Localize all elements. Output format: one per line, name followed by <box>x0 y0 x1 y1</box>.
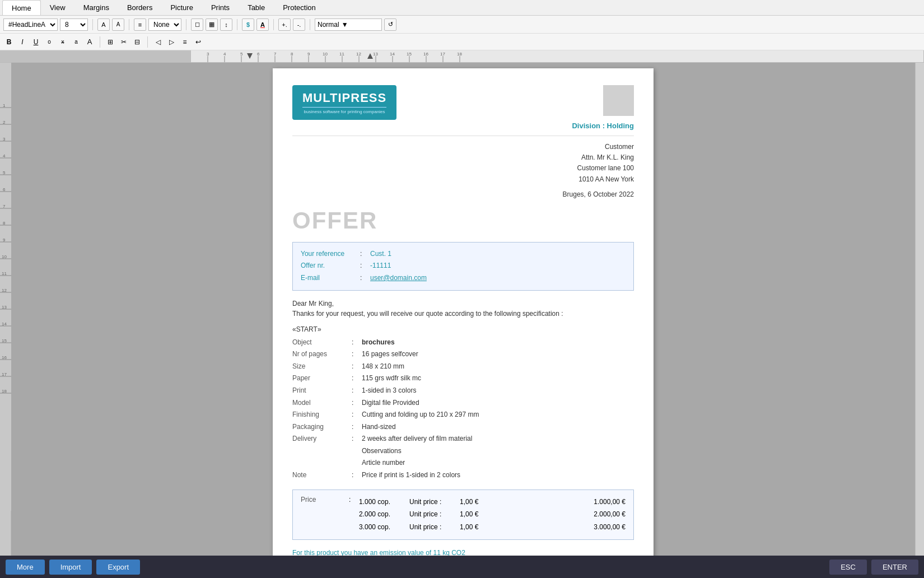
right-scrollbar[interactable] <box>915 63 924 556</box>
spec-colon-pages: : <box>352 348 358 361</box>
logo-box: MULTIPRESS business software for printin… <box>292 85 396 120</box>
indent2-icon[interactable]: ↩ <box>193 36 204 48</box>
smaller-text-button[interactable]: a <box>71 36 82 48</box>
spec-colon-delivery: : <box>352 433 358 445</box>
menu-prints[interactable]: Prints <box>202 0 239 15</box>
svg-text:15: 15 <box>407 52 412 57</box>
size-select[interactable]: 8 <box>60 18 88 31</box>
normal-label: Normal <box>318 21 339 29</box>
price-total-3: 3.000,00 € <box>581 521 626 534</box>
spec-row-packaging: Packaging : Hand-sized <box>292 421 634 434</box>
svg-text:18: 18 <box>2 389 7 394</box>
import-button[interactable]: Import <box>49 560 92 575</box>
align-btn[interactable]: ≡ <box>134 18 146 31</box>
enter-button[interactable]: ENTER <box>871 560 918 575</box>
svg-text:5: 5 <box>240 52 243 57</box>
minus-icon[interactable]: -. <box>293 18 305 31</box>
cut-icon[interactable]: ✂ <box>118 36 129 48</box>
grid-icon[interactable]: ▦ <box>206 18 218 31</box>
price-header-row: Price : 1.000 cop. Unit price : 1,00 € 1… <box>301 496 626 534</box>
larger-text-button[interactable]: A <box>84 36 95 48</box>
plus-icon[interactable]: +. <box>278 18 291 31</box>
price-total-2: 2.000,00 € <box>581 508 626 521</box>
more-button[interactable]: More <box>6 560 45 575</box>
style-select[interactable]: #HeadLineA <box>3 18 58 31</box>
division-text: Division : Holding <box>572 122 634 130</box>
italic-button[interactable]: I <box>17 36 28 48</box>
menu-protection[interactable]: Protection <box>274 0 325 15</box>
date-line: Bruges, 6 October 2022 <box>292 190 634 198</box>
logo-sub-text: business software for printing companies <box>302 109 386 114</box>
spec-row-note: Note : Price if print is 1-sided in 2 co… <box>292 469 634 482</box>
svg-text:16: 16 <box>423 52 428 57</box>
menu-table[interactable]: Table <box>239 0 274 15</box>
spec-row-paper: Paper : 115 grs wdfr silk mc <box>292 372 634 385</box>
price-label: Price <box>301 496 346 504</box>
menu-margins[interactable]: Margins <box>74 0 118 15</box>
svg-text:8: 8 <box>291 52 293 57</box>
status-left: More Import Export <box>6 560 140 575</box>
svg-text:18: 18 <box>457 52 462 57</box>
info-row-reference: Your reference : Cust. 1 <box>301 248 626 260</box>
svg-text:12: 12 <box>356 52 361 57</box>
font-style-btn-a[interactable]: A <box>112 18 124 31</box>
svg-text:4: 4 <box>3 153 6 159</box>
expand-icon[interactable]: ↕ <box>220 18 232 31</box>
logo-divider <box>302 107 386 108</box>
paste-icon[interactable]: ⊟ <box>132 36 143 48</box>
spec-label-print: Print <box>292 385 348 397</box>
refresh-icon[interactable]: ↺ <box>384 18 396 31</box>
indent-inc-icon[interactable]: ▷ <box>166 36 177 48</box>
menu-view[interactable]: View <box>41 0 74 15</box>
menu-picture[interactable]: Picture <box>161 0 202 15</box>
esc-button[interactable]: ESC <box>829 560 867 575</box>
svg-text:10: 10 <box>2 254 7 259</box>
menu-bar: Home View Margins Borders Picture Prints… <box>0 0 924 16</box>
superscript-button[interactable]: o <box>44 36 55 48</box>
currency-icon[interactable]: $ <box>242 18 254 31</box>
sep-3 <box>186 19 186 30</box>
underline-button[interactable]: U <box>30 36 41 48</box>
spec-colon-observations <box>352 445 358 458</box>
fill-icon[interactable]: ◻ <box>191 18 203 31</box>
list-icon[interactable]: ≡ <box>179 36 190 48</box>
spec-label-pages: Nr of pages <box>292 348 348 361</box>
normal-dropdown[interactable]: Normal ▼ <box>315 18 382 31</box>
price-cop-1: 1.000 cop. <box>359 496 404 509</box>
svg-text:10: 10 <box>323 52 328 57</box>
menu-borders[interactable]: Borders <box>118 0 162 15</box>
emission-text: For this product you have an emission va… <box>292 549 634 556</box>
svg-text:13: 13 <box>373 52 378 57</box>
spec-label-packaging: Packaging <box>292 421 348 434</box>
menu-home[interactable]: Home <box>2 0 41 15</box>
none-select[interactable]: None <box>148 18 181 31</box>
info-colon-ref: : <box>360 248 367 260</box>
svg-text:17: 17 <box>440 52 445 57</box>
svg-text:3: 3 <box>207 52 209 57</box>
text-color-icon[interactable]: A <box>256 18 269 31</box>
strikethrough-button[interactable]: x <box>57 36 68 48</box>
price-colon: : <box>349 496 356 504</box>
export-button[interactable]: Export <box>96 560 140 575</box>
spec-value-paper: 115 grs wdfr silk mc <box>362 372 421 385</box>
info-value-email: user@domain.com <box>370 272 427 285</box>
price-spacer-2 <box>493 508 575 521</box>
info-label-email: E-mail <box>301 272 357 285</box>
toolbar-row-1: #HeadLineA 8 A A ≡ None ◻ ▦ ↕ $ A +. -. … <box>0 16 924 34</box>
price-total-1: 1.000,00 € <box>581 496 626 509</box>
price-line-1: 1.000 cop. Unit price : 1,00 € 1.000,00 … <box>359 496 626 509</box>
price-unit-val-3: 1,00 € <box>460 521 488 534</box>
svg-text:8: 8 <box>3 221 6 226</box>
spec-colon-article <box>352 457 358 469</box>
indent-dec-icon[interactable]: ◁ <box>152 36 164 48</box>
bold-button[interactable]: B <box>3 36 15 48</box>
spec-value-note: Price if print is 1-sided in 2 colors <box>362 469 460 482</box>
spec-value-delivery: 2 weeks after delivery of film material <box>362 433 472 445</box>
svg-text:5: 5 <box>3 170 6 175</box>
left-ruler: 1 2 3 4 5 6 7 8 9 10 11 12 13 1 <box>0 63 11 556</box>
spec-label-delivery: Delivery <box>292 433 348 445</box>
start-marker: «START» <box>292 325 634 333</box>
division-value: Holding <box>607 122 634 130</box>
font-style-btn-A[interactable]: A <box>97 18 110 31</box>
copy-format-icon[interactable]: ⊞ <box>105 36 116 48</box>
